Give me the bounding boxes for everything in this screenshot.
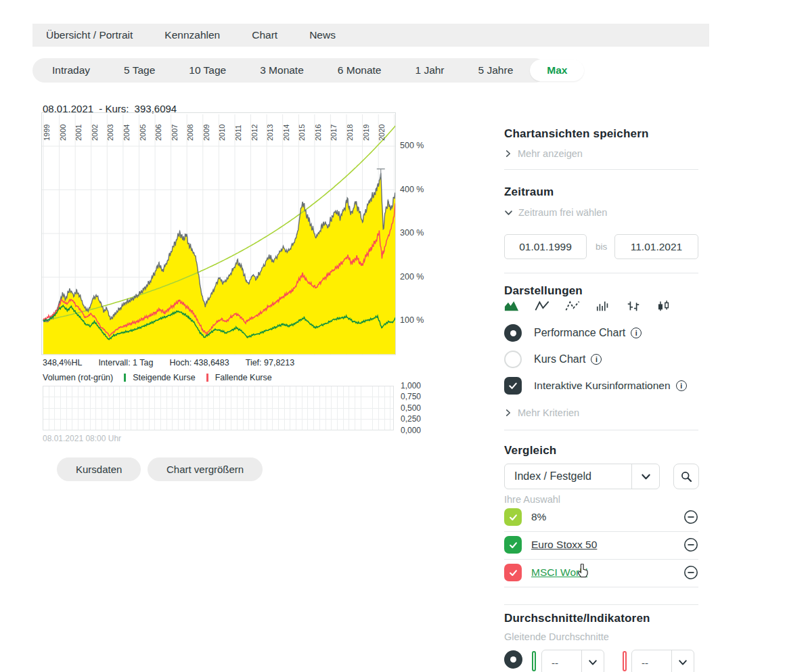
chevron-down-icon [641,472,651,482]
info-icon[interactable]: i [676,380,687,391]
range-tab-intraday[interactable]: Intraday [35,60,107,81]
performance-chart-plot[interactable]: 1999200020012002200320042005200620072008… [41,112,396,355]
ma-color-bar [623,651,627,671]
stat-range: 348,4%HL [43,358,82,367]
time-range-bar: Intraday5 Tage10 Tage3 Monate6 Monate1 J… [32,58,547,83]
comparison-row: 8% [504,506,698,529]
range-tab-5-jahre[interactable]: 5 Jahre [462,60,531,81]
chart-page: Übersicht / PortraitKennzahlenChartNews … [0,0,785,672]
svg-text:2002: 2002 [91,125,99,141]
info-icon[interactable]: i [631,328,642,338]
y-axis-tick: 200 % [400,272,424,282]
chartansichten-heading: Chartansichten speichern [504,127,698,141]
range-tab-3-monate[interactable]: 3 Monate [243,60,321,81]
main-tab-chart[interactable]: Chart [252,29,277,41]
svg-text:2016: 2016 [314,125,322,141]
chart-vergroessern-button[interactable]: Chart vergrößern [148,457,263,481]
stat-interval: Intervall: 1 Tag [98,358,153,367]
date-to-input[interactable] [614,234,698,259]
main-tab-news[interactable]: News [309,29,336,41]
divider [504,531,698,532]
durchschnitt-radio[interactable] [504,650,522,669]
candlestick-chart-icon[interactable] [656,300,671,313]
minus-circle-icon[interactable] [683,565,698,580]
interaktive-kursinfo-option[interactable]: Interaktive Kursinformationeni [504,377,687,395]
volume-axis-tick: 1,000 [401,381,421,390]
comparison-row: MSCI World [504,561,698,584]
darstellungen-heading: Darstellungen [504,284,698,298]
volume-axis-tick: 0,000 [401,426,421,435]
stat-hoch: Hoch: 438,6483 [169,358,229,367]
divider [504,604,698,605]
kursdaten-button[interactable]: Kursdaten [57,457,141,481]
volume-axis-tick: 0,500 [401,403,421,413]
divider [504,430,698,430]
volume-label: Volumen (rot-grün) [43,373,113,382]
ohlc-chart-icon[interactable] [626,300,641,313]
kurs-chart-radio[interactable] [504,351,522,368]
vergleich-search-button[interactable] [673,464,699,489]
svg-text:2006: 2006 [154,125,162,141]
search-icon [680,470,693,483]
vergleich-select[interactable]: Index / Festgeld [504,464,660,489]
divider [504,273,698,273]
check-icon [508,568,518,578]
minus-circle-icon[interactable] [683,510,698,524]
ma-select[interactable]: -- [541,650,604,672]
chart-type-icon-row [504,300,671,313]
comparison-label-link[interactable]: Euro Stoxx 50 [531,539,597,550]
interaktive-kursinfo-label: Interaktive Kursinformationen [534,380,671,392]
svg-text:2008: 2008 [186,125,194,141]
chevron-down-icon [678,658,688,667]
range-tab-max[interactable]: Max [530,60,584,81]
vergleich-select-value: Index / Festgeld [505,470,631,483]
zeitraum-heading: Zeitraum [504,185,698,199]
info-icon[interactable]: i [591,354,602,365]
durchschnitte-heading: Durchschnitte/Indikatoren [504,612,698,625]
range-tab-10-tage[interactable]: 10 Tage [172,60,243,81]
comparison-checkbox[interactable] [504,564,522,581]
steigend-label: Steigende Kurse [133,373,195,382]
ma-select[interactable]: -- [631,650,694,672]
volume-axis-tick: 0,250 [401,414,421,424]
dashed-line-chart-icon[interactable] [565,300,580,313]
performance-chart-label: Performance Chart [534,327,625,339]
range-tab-1-jahr[interactable]: 1 Jahr [398,60,461,81]
range-tab-5-tage[interactable]: 5 Tage [107,60,172,81]
check-icon [508,540,518,550]
divider [504,587,698,587]
comparison-checkbox[interactable] [504,536,522,554]
performance-chart-option[interactable]: Performance Charti [504,324,642,342]
minus-circle-icon[interactable] [683,537,698,552]
bis-label: bis [596,242,607,252]
svg-text:2000: 2000 [59,125,67,141]
performance-chart-radio[interactable] [504,324,522,342]
date-from-input[interactable] [504,234,587,259]
range-tab-6-monate[interactable]: 6 Monate [321,60,399,81]
mehr-anzeigen-link[interactable]: Mehr anzeigen [504,148,698,159]
divider [504,559,698,560]
svg-text:2007: 2007 [171,125,179,141]
area-chart-icon[interactable] [504,300,519,313]
chevron-right-icon [504,150,512,158]
svg-text:1999: 1999 [43,125,51,141]
svg-text:2015: 2015 [298,125,306,141]
svg-text:2010: 2010 [218,125,226,141]
mehr-kriterien-link[interactable]: Mehr Kriterien [504,407,698,418]
divider [504,169,698,170]
bar-chart-icon[interactable] [596,300,610,313]
comparison-checkbox[interactable] [504,508,522,526]
interaktive-kursinfo-checkbox[interactable] [504,377,522,395]
mehr-kriterien-label: Mehr Kriterien [518,407,579,418]
svg-text:2012: 2012 [250,125,259,141]
line-chart-icon[interactable] [535,300,550,313]
zeitraum-frei-waehlen-label: Zeitraum frei wählen [518,207,607,218]
main-tab--bersicht-portrait[interactable]: Übersicht / Portrait [46,29,133,41]
y-axis-tick: 300 % [400,228,424,238]
svg-text:2009: 2009 [202,125,210,141]
chevron-down-icon [504,208,513,217]
zeitraum-frei-waehlen-link[interactable]: Zeitraum frei wählen [504,207,698,218]
main-tab-kennzahlen[interactable]: Kennzahlen [164,29,220,41]
kurs-chart-option[interactable]: Kurs Charti [504,351,602,368]
volume-panel[interactable] [43,386,394,430]
